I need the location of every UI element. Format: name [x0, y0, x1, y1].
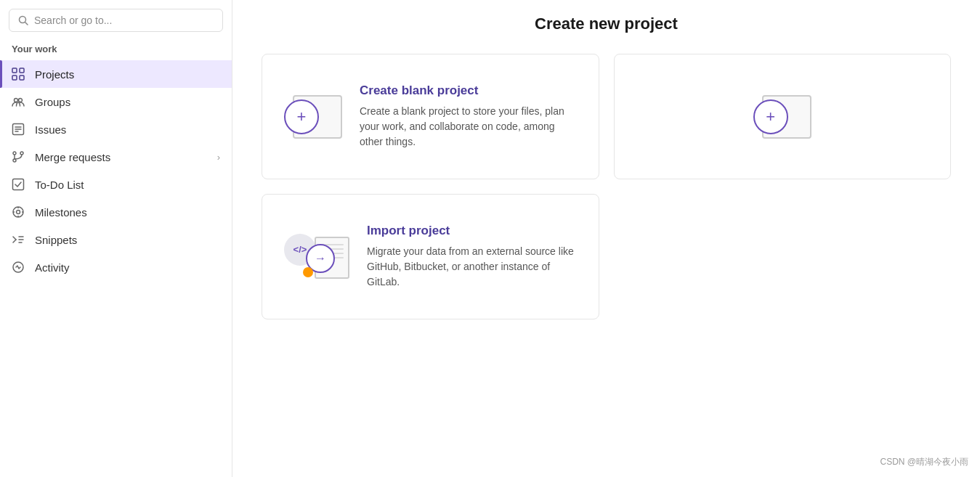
right-card-partial[interactable]: + — [614, 54, 952, 179]
todo-label: To-Do List — [35, 179, 84, 191]
search-bar[interactable]: Search or go to... — [9, 9, 223, 32]
snippets-label: Snippets — [35, 234, 77, 246]
sidebar-item-milestones[interactable]: Milestones — [0, 198, 232, 226]
blank-project-desc: Create a blank project to store your fil… — [360, 104, 577, 150]
merge-requests-chevron: › — [217, 152, 220, 163]
blank-project-icon: + — [284, 88, 342, 146]
snippets-icon — [12, 233, 26, 246]
right-card-icon: + — [753, 88, 811, 146]
sidebar-item-activity[interactable]: Activity — [0, 253, 232, 281]
svg-line-23 — [13, 240, 16, 242]
import-icon: </> → — [284, 228, 349, 286]
svg-point-16 — [13, 207, 23, 217]
create-blank-project-card[interactable]: + Create blank project Create a blank pr… — [262, 54, 599, 179]
sidebar: Search or go to... Your work Projects Gr… — [0, 0, 232, 477]
groups-label: Groups — [35, 96, 70, 108]
svg-rect-3 — [20, 68, 24, 73]
issues-icon — [12, 123, 26, 136]
svg-point-12 — [13, 152, 16, 155]
svg-rect-2 — [12, 68, 17, 73]
merge-icon — [12, 150, 26, 163]
milestones-icon — [12, 205, 26, 219]
main-content: Create new project + Create blank projec… — [232, 0, 980, 477]
merge-requests-label: Merge requests — [35, 151, 110, 163]
page-title: Create new project — [262, 15, 951, 33]
svg-point-17 — [17, 211, 20, 214]
search-icon — [18, 15, 28, 25]
import-project-title: Import project — [367, 224, 577, 238]
right-plus-circle: + — [753, 99, 788, 134]
svg-rect-15 — [13, 179, 24, 190]
milestones-label: Milestones — [35, 206, 87, 219]
import-project-icon-area: </> → — [284, 228, 349, 286]
activity-label: Activity — [35, 261, 70, 274]
todo-icon — [12, 178, 26, 191]
sidebar-item-issues[interactable]: Issues — [0, 115, 232, 143]
import-project-text: Import project Migrate your data from an… — [367, 224, 577, 290]
blank-project-title: Create blank project — [360, 83, 577, 98]
watermark: CSDN @晴湖今夜小雨 — [880, 456, 968, 468]
blank-project-icon-area: + — [284, 88, 342, 146]
arrow-symbol: → — [315, 252, 326, 265]
plus-circle-icon: + — [284, 99, 319, 134]
right-plus-symbol: + — [766, 109, 775, 125]
your-work-label: Your work — [0, 44, 232, 60]
svg-line-1 — [25, 23, 28, 25]
sidebar-item-merge-requests[interactable]: Merge requests › — [0, 143, 232, 171]
sidebar-item-groups[interactable]: Groups — [0, 88, 232, 115]
svg-point-7 — [19, 99, 23, 102]
projects-icon — [12, 68, 26, 81]
import-project-desc: Migrate your data from an external sourc… — [367, 244, 577, 290]
sidebar-item-projects[interactable]: Projects — [0, 60, 232, 88]
projects-label: Projects — [35, 68, 74, 81]
import-project-card[interactable]: </> → Import project — [262, 194, 599, 319]
sidebar-item-todo[interactable]: To-Do List — [0, 171, 232, 198]
groups-icon — [12, 95, 26, 108]
orange-dot — [303, 267, 313, 277]
search-input-label: Search or go to... — [34, 15, 112, 26]
svg-point-6 — [15, 99, 18, 102]
sidebar-item-snippets[interactable]: Snippets — [0, 226, 232, 253]
issues-label: Issues — [35, 123, 66, 136]
plus-symbol: + — [297, 109, 307, 125]
svg-rect-4 — [12, 76, 17, 80]
svg-line-22 — [13, 237, 16, 240]
blank-project-text: Create blank project Create a blank proj… — [360, 83, 577, 150]
project-cards-grid: + Create blank project Create a blank pr… — [262, 54, 951, 319]
svg-rect-5 — [20, 76, 24, 80]
activity-icon — [12, 261, 26, 274]
